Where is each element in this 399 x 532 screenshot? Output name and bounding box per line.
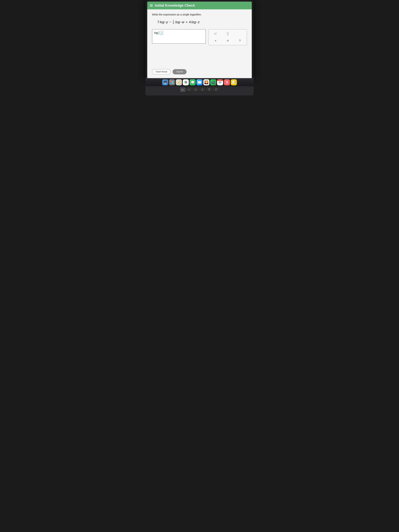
facetime-icon: 📹	[211, 80, 215, 84]
f2-key[interactable]: ☀ F2	[193, 88, 199, 91]
superscript-button[interactable]: □□	[210, 31, 221, 37]
answer-section: log ▯ □□	[152, 29, 247, 45]
superscript-icon: □□	[214, 32, 217, 35]
photos-icon: 🌄	[204, 80, 209, 84]
calendar-day: 25	[219, 81, 222, 84]
undo-button[interactable]: ↺	[222, 38, 233, 44]
f2-fn-symbol: ☀	[195, 88, 196, 89]
fraction: 1 5	[173, 20, 174, 24]
input-bracket: ▯	[160, 31, 163, 35]
base3: c	[196, 21, 197, 23]
macos-dock: 🖥️ 🧭 💬	[146, 78, 253, 86]
help-button[interactable]: ?	[234, 38, 245, 44]
help-icon: ?	[239, 39, 241, 42]
text-cursor	[159, 31, 159, 34]
page-title: Initial Knowledge Check	[155, 3, 195, 7]
dock-finder[interactable]: 🖥️	[162, 79, 168, 85]
f1-label: F1	[188, 89, 190, 91]
f3-key[interactable]: ⊞ F3	[200, 88, 206, 91]
f2-label: F2	[195, 89, 196, 91]
reminders-icon: ☰	[226, 81, 228, 84]
answer-log-text: log	[154, 31, 158, 35]
dock-compass[interactable]: 🧭	[176, 79, 182, 85]
f5-label: F5	[215, 89, 217, 91]
log3: log	[191, 20, 196, 24]
fraction-button[interactable]: □ □	[222, 31, 233, 37]
coeff1: 7	[157, 20, 159, 24]
answer-content: log ▯	[154, 31, 163, 35]
dock-facetime[interactable]: 📹	[210, 79, 216, 85]
notes-icon: 📝	[232, 81, 236, 84]
f1-fn-symbol: ☀	[189, 88, 190, 89]
f1-key[interactable]: ☀ F1	[186, 88, 192, 91]
finder-icon: 🖥️	[163, 80, 167, 84]
f3-label: F3	[202, 89, 203, 91]
math-toolbar: □□ □ □ ×	[209, 29, 247, 45]
submit-button[interactable]: Submit	[173, 69, 187, 74]
dock-photos[interactable]: 🌄	[203, 79, 209, 85]
var3: z	[198, 20, 200, 24]
esc-key[interactable]: esc	[180, 88, 185, 92]
fn-key-row: esc ☀ F1 ☀ F2 ⊞ F3 🔍 F4 🎤 F5	[147, 88, 252, 92]
dock-chrome[interactable]	[183, 79, 189, 85]
multiply-button[interactable]: ×	[210, 38, 221, 44]
f4-key[interactable]: 🔍 F4	[206, 88, 212, 91]
svg-point-2	[185, 82, 186, 83]
undo-icon: ↺	[227, 39, 229, 42]
f5-fn-symbol: 🎤	[215, 88, 217, 89]
var1: y	[166, 20, 168, 24]
empty-button-1	[234, 31, 245, 37]
dont-know-button[interactable]: I Don't Know	[152, 69, 171, 74]
dock-mail[interactable]: ✉️	[196, 79, 203, 85]
dock-reminders[interactable]: ☰	[224, 79, 230, 85]
fraction-denominator: 5	[173, 22, 174, 24]
calendar-widget: OCT 25	[217, 79, 223, 85]
f4-label: F4	[209, 89, 210, 91]
content-area: Write the expression as a single logarit…	[147, 9, 252, 78]
esc-label: esc	[182, 89, 184, 90]
dock-launchpad[interactable]	[169, 79, 175, 85]
log2: log	[175, 20, 180, 24]
minus-sign: −	[169, 20, 171, 24]
base2: c	[180, 21, 181, 23]
f3-fn-symbol: ⊞	[202, 88, 203, 89]
messages-icon: 💬	[190, 80, 195, 84]
question-instruction: Write the expression as a single logarit…	[152, 13, 247, 16]
bottom-buttons: I Don't Know Submit	[152, 65, 247, 74]
f5-key[interactable]: 🎤 F5	[213, 88, 219, 91]
dock-calendar[interactable]: OCT 25	[217, 79, 223, 85]
answer-input-box[interactable]: log ▯	[152, 29, 206, 44]
mail-icon: ✉️	[197, 80, 202, 84]
compass-icon: 🧭	[177, 80, 181, 84]
plus-sign: +	[186, 20, 188, 24]
calendar-month: OCT	[217, 79, 223, 81]
menu-button[interactable]	[150, 4, 153, 6]
fraction-numerator: 1	[173, 20, 174, 22]
chrome-icon	[184, 81, 188, 84]
dock-messages[interactable]: 💬	[190, 79, 196, 85]
keyboard-area: esc ☀ F1 ☀ F2 ⊞ F3 🔍 F4 🎤 F5	[146, 86, 253, 95]
fraction-icon: □ □	[227, 32, 229, 36]
var2: w	[182, 20, 184, 24]
log1: log	[160, 20, 164, 24]
dock-notes[interactable]: 📝	[231, 79, 237, 85]
f4-fn-symbol: 🔍	[209, 88, 210, 89]
launchpad-icon	[171, 81, 174, 84]
math-expression: 7 log c y − 1 5 log c w + 4 log c	[157, 20, 247, 24]
app-header: Initial Knowledge Check	[147, 2, 252, 9]
coeff2: 4	[189, 20, 191, 24]
multiply-icon: ×	[215, 39, 216, 42]
base1: c	[165, 21, 166, 23]
